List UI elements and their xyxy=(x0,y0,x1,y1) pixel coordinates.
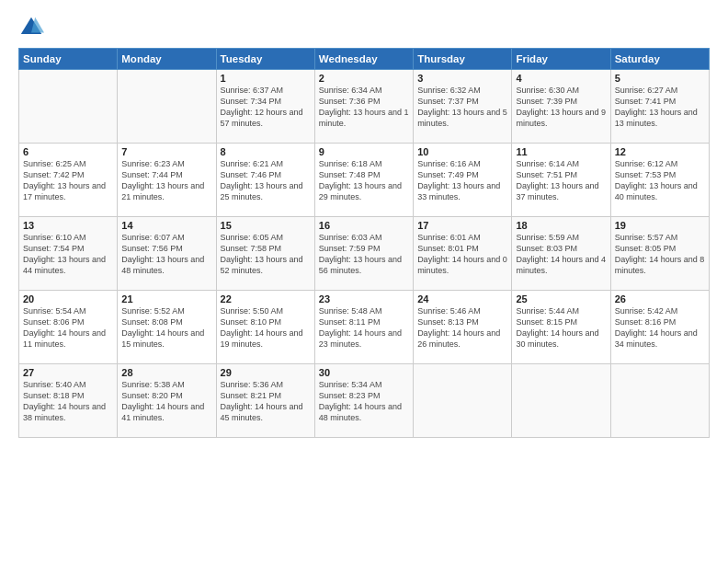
day-info: Sunrise: 6:34 AMSunset: 7:36 PMDaylight:… xyxy=(319,85,409,130)
logo-icon xyxy=(18,15,44,40)
day-cell: 28Sunrise: 5:38 AMSunset: 8:20 PMDayligh… xyxy=(118,364,216,438)
week-row-1: 1Sunrise: 6:37 AMSunset: 7:34 PMDaylight… xyxy=(19,70,710,144)
day-number: 3 xyxy=(417,73,507,84)
day-cell: 27Sunrise: 5:40 AMSunset: 8:18 PMDayligh… xyxy=(19,364,118,438)
weekday-header-sunday: Sunday xyxy=(19,49,118,70)
day-cell xyxy=(414,364,512,438)
day-cell: 25Sunrise: 5:44 AMSunset: 8:15 PMDayligh… xyxy=(512,291,610,364)
day-cell: 15Sunrise: 6:05 AMSunset: 7:58 PMDayligh… xyxy=(216,217,314,291)
calendar-body: 1Sunrise: 6:37 AMSunset: 7:34 PMDaylight… xyxy=(19,70,710,438)
day-info: Sunrise: 6:07 AMSunset: 7:56 PMDaylight:… xyxy=(121,232,211,277)
weekday-header-wednesday: Wednesday xyxy=(314,49,413,70)
calendar-table: SundayMondayTuesdayWednesdayThursdayFrid… xyxy=(18,48,710,438)
header xyxy=(18,15,710,40)
day-cell: 13Sunrise: 6:10 AMSunset: 7:54 PMDayligh… xyxy=(19,217,118,291)
day-number: 14 xyxy=(121,220,211,231)
week-row-2: 6Sunrise: 6:25 AMSunset: 7:42 PMDaylight… xyxy=(19,144,710,217)
day-number: 29 xyxy=(221,367,311,378)
day-number: 25 xyxy=(516,293,606,304)
day-cell: 21Sunrise: 5:52 AMSunset: 8:08 PMDayligh… xyxy=(118,291,216,364)
day-number: 15 xyxy=(221,220,311,231)
day-number: 17 xyxy=(417,220,507,231)
weekday-header-thursday: Thursday xyxy=(414,49,512,70)
day-cell: 24Sunrise: 5:46 AMSunset: 8:13 PMDayligh… xyxy=(414,291,512,364)
day-info: Sunrise: 5:48 AMSunset: 8:11 PMDaylight:… xyxy=(319,305,409,350)
day-info: Sunrise: 5:36 AMSunset: 8:21 PMDaylight:… xyxy=(221,379,311,424)
day-number: 23 xyxy=(319,293,409,304)
day-number: 26 xyxy=(615,293,705,304)
day-info: Sunrise: 5:54 AMSunset: 8:06 PMDaylight:… xyxy=(23,305,113,350)
day-info: Sunrise: 5:50 AMSunset: 8:10 PMDaylight:… xyxy=(221,305,311,350)
day-info: Sunrise: 6:14 AMSunset: 7:51 PMDaylight:… xyxy=(516,158,606,203)
day-cell: 29Sunrise: 5:36 AMSunset: 8:21 PMDayligh… xyxy=(216,364,314,438)
day-number: 21 xyxy=(121,293,211,304)
week-row-4: 20Sunrise: 5:54 AMSunset: 8:06 PMDayligh… xyxy=(19,291,710,364)
day-info: Sunrise: 5:42 AMSunset: 8:16 PMDaylight:… xyxy=(615,305,705,350)
day-number: 28 xyxy=(121,367,211,378)
day-number: 20 xyxy=(23,293,113,304)
day-info: Sunrise: 5:44 AMSunset: 8:15 PMDaylight:… xyxy=(516,305,606,350)
day-number: 7 xyxy=(121,146,211,157)
day-cell: 10Sunrise: 6:16 AMSunset: 7:49 PMDayligh… xyxy=(414,144,512,217)
day-cell xyxy=(610,364,709,438)
day-cell: 12Sunrise: 6:12 AMSunset: 7:53 PMDayligh… xyxy=(610,144,709,217)
day-number: 4 xyxy=(516,73,606,84)
day-number: 9 xyxy=(319,146,409,157)
day-number: 2 xyxy=(319,73,409,84)
day-info: Sunrise: 5:57 AMSunset: 8:05 PMDaylight:… xyxy=(615,232,705,277)
day-info: Sunrise: 5:52 AMSunset: 8:08 PMDaylight:… xyxy=(121,305,211,350)
day-info: Sunrise: 6:23 AMSunset: 7:44 PMDaylight:… xyxy=(121,158,211,203)
day-cell: 7Sunrise: 6:23 AMSunset: 7:44 PMDaylight… xyxy=(118,144,216,217)
day-number: 11 xyxy=(516,146,606,157)
page: SundayMondayTuesdayWednesdayThursdayFrid… xyxy=(0,0,728,563)
day-number: 18 xyxy=(516,220,606,231)
day-cell: 6Sunrise: 6:25 AMSunset: 7:42 PMDaylight… xyxy=(19,144,118,217)
day-cell: 17Sunrise: 6:01 AMSunset: 8:01 PMDayligh… xyxy=(414,217,512,291)
day-number: 24 xyxy=(417,293,507,304)
day-info: Sunrise: 5:38 AMSunset: 8:20 PMDaylight:… xyxy=(121,379,211,424)
day-info: Sunrise: 6:21 AMSunset: 7:46 PMDaylight:… xyxy=(221,158,311,203)
day-number: 8 xyxy=(221,146,311,157)
day-number: 12 xyxy=(615,146,705,157)
day-cell xyxy=(118,70,216,144)
day-cell: 26Sunrise: 5:42 AMSunset: 8:16 PMDayligh… xyxy=(610,291,709,364)
day-cell: 4Sunrise: 6:30 AMSunset: 7:39 PMDaylight… xyxy=(512,70,610,144)
day-info: Sunrise: 6:27 AMSunset: 7:41 PMDaylight:… xyxy=(615,85,705,130)
day-number: 5 xyxy=(615,73,705,84)
weekday-header-saturday: Saturday xyxy=(610,49,709,70)
day-cell: 11Sunrise: 6:14 AMSunset: 7:51 PMDayligh… xyxy=(512,144,610,217)
day-number: 22 xyxy=(221,293,311,304)
day-cell: 14Sunrise: 6:07 AMSunset: 7:56 PMDayligh… xyxy=(118,217,216,291)
day-number: 10 xyxy=(417,146,507,157)
weekday-row: SundayMondayTuesdayWednesdayThursdayFrid… xyxy=(19,49,710,70)
day-cell: 3Sunrise: 6:32 AMSunset: 7:37 PMDaylight… xyxy=(414,70,512,144)
day-cell: 5Sunrise: 6:27 AMSunset: 7:41 PMDaylight… xyxy=(610,70,709,144)
day-info: Sunrise: 6:03 AMSunset: 7:59 PMDaylight:… xyxy=(319,232,409,277)
day-cell: 20Sunrise: 5:54 AMSunset: 8:06 PMDayligh… xyxy=(19,291,118,364)
day-number: 19 xyxy=(615,220,705,231)
day-number: 1 xyxy=(221,73,311,84)
day-info: Sunrise: 6:12 AMSunset: 7:53 PMDaylight:… xyxy=(615,158,705,203)
day-cell: 9Sunrise: 6:18 AMSunset: 7:48 PMDaylight… xyxy=(314,144,413,217)
day-info: Sunrise: 5:46 AMSunset: 8:13 PMDaylight:… xyxy=(417,305,507,350)
week-row-3: 13Sunrise: 6:10 AMSunset: 7:54 PMDayligh… xyxy=(19,217,710,291)
logo xyxy=(18,15,48,40)
day-info: Sunrise: 6:10 AMSunset: 7:54 PMDaylight:… xyxy=(23,232,113,277)
day-cell xyxy=(512,364,610,438)
day-cell xyxy=(19,70,118,144)
day-cell: 1Sunrise: 6:37 AMSunset: 7:34 PMDaylight… xyxy=(216,70,314,144)
week-row-5: 27Sunrise: 5:40 AMSunset: 8:18 PMDayligh… xyxy=(19,364,710,438)
day-number: 16 xyxy=(319,220,409,231)
day-number: 30 xyxy=(319,367,409,378)
day-number: 27 xyxy=(23,367,113,378)
weekday-header-monday: Monday xyxy=(118,49,216,70)
day-number: 13 xyxy=(23,220,113,231)
day-info: Sunrise: 6:30 AMSunset: 7:39 PMDaylight:… xyxy=(516,85,606,130)
day-cell: 19Sunrise: 5:57 AMSunset: 8:05 PMDayligh… xyxy=(610,217,709,291)
day-cell: 23Sunrise: 5:48 AMSunset: 8:11 PMDayligh… xyxy=(314,291,413,364)
day-info: Sunrise: 6:18 AMSunset: 7:48 PMDaylight:… xyxy=(319,158,409,203)
weekday-header-friday: Friday xyxy=(512,49,610,70)
calendar-header: SundayMondayTuesdayWednesdayThursdayFrid… xyxy=(19,49,710,70)
day-cell: 22Sunrise: 5:50 AMSunset: 8:10 PMDayligh… xyxy=(216,291,314,364)
day-info: Sunrise: 6:05 AMSunset: 7:58 PMDaylight:… xyxy=(221,232,311,277)
